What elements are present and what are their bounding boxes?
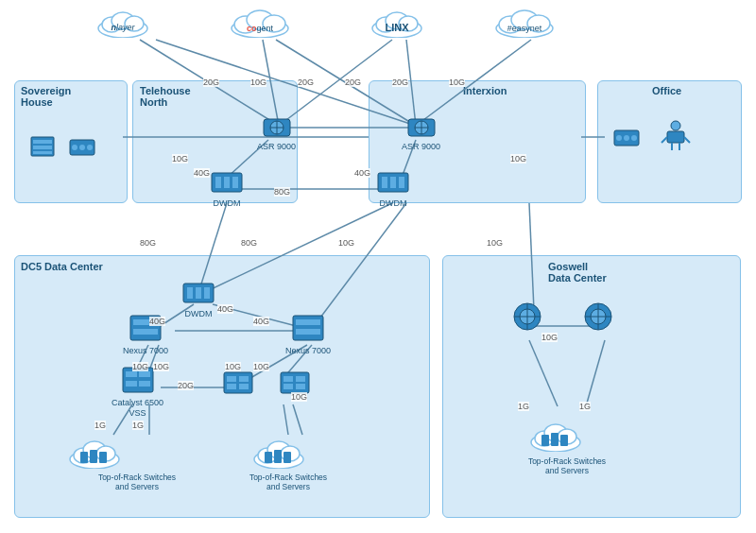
svg-point-77 (616, 135, 622, 141)
dc5-tor-label-right: Top-of-Rack Switchesand Servers (232, 473, 345, 491)
svg-text:#easynet: #easynet (507, 24, 542, 33)
provider-easynet: #easynet (491, 8, 558, 38)
provider-cogent: cogent (227, 8, 293, 38)
svg-rect-67 (399, 177, 404, 188)
dc5-nexus-left-label: Nexus 7000 (123, 346, 168, 356)
interxion-asr-label: ASR 9000 (402, 142, 440, 152)
dc5-tor-right (250, 433, 307, 469)
svg-rect-122 (265, 452, 272, 463)
office-switch (612, 123, 641, 151)
svg-point-80 (671, 121, 680, 130)
svg-rect-89 (204, 287, 210, 299)
svg-rect-87 (187, 287, 193, 299)
svg-rect-71 (33, 151, 52, 154)
goswell-tor-label: Top-of-Rack Switchesand Servers (510, 456, 624, 475)
edge-10g-goswell: 10G (487, 238, 503, 248)
svg-rect-88 (196, 287, 201, 299)
dc5-tor-left (66, 433, 123, 469)
svg-rect-98 (139, 371, 150, 377)
dc5-nexus-right-label: Nexus 7000 (285, 346, 331, 356)
edge-10g-gosw: 10G (541, 333, 558, 342)
telehouse-asr9000: ASR 9000 (257, 112, 296, 152)
svg-rect-109 (284, 384, 293, 389)
edge-20g-4: 20G (392, 77, 408, 87)
edge-40g-nx1: 40G (149, 317, 165, 326)
edge-10g-int: 10G (510, 154, 526, 163)
edge-10g-mid2: 10G (253, 362, 269, 371)
svg-rect-105 (239, 384, 249, 389)
svg-rect-137 (541, 435, 549, 446)
sovereign-label: SovereignHouse (21, 85, 71, 108)
svg-point-75 (87, 145, 93, 150)
dc5-mid-switch (222, 369, 254, 397)
network-diagram: SovereignHouse TelehouseNorth Interxion … (0, 0, 756, 533)
goswell-label: GoswellData Center (548, 261, 607, 284)
svg-line-82 (662, 137, 667, 143)
edge-10g-2: 10G (449, 77, 465, 87)
edge-20g-1: 20G (203, 77, 219, 87)
svg-rect-123 (274, 450, 282, 463)
goswell-tor (527, 416, 584, 452)
edge-1g-l1: 1G (94, 421, 106, 430)
edge-40g-tel: 40G (194, 168, 210, 178)
dc5-tor-label-left: Top-of-Rack Switchesand Servers (80, 473, 194, 491)
dc5-nexus-right: Nexus 7000 (285, 312, 331, 356)
telehouse-label: TelehouseNorth (140, 85, 191, 108)
svg-rect-115 (80, 452, 88, 463)
edge-1g-g2: 1G (579, 402, 591, 411)
goswell-switch-right (581, 301, 615, 333)
svg-text:LINX: LINX (385, 22, 409, 33)
catalyst-label: Catalyst 6500VSS (112, 398, 163, 419)
edge-1g-l2: 1G (132, 421, 144, 430)
svg-rect-93 (293, 316, 323, 340)
provider-nlayer: nlayer (94, 8, 151, 38)
svg-text:nlayer: nlayer (111, 23, 135, 32)
svg-rect-92 (133, 329, 158, 335)
interxion-dwdm-label: DWDM (380, 198, 407, 209)
svg-line-83 (684, 137, 690, 143)
office-user (660, 118, 692, 152)
telehouse-asr-label: ASR 9000 (257, 142, 296, 152)
edge-80g-dc5-2: 80G (241, 238, 257, 248)
dc5-dwdm: DWDM (181, 279, 215, 319)
svg-rect-100 (139, 381, 150, 387)
sovereign-switch (68, 132, 96, 161)
svg-rect-65 (382, 177, 387, 188)
svg-rect-107 (284, 376, 293, 382)
svg-rect-61 (215, 177, 221, 188)
svg-rect-103 (239, 376, 249, 382)
svg-rect-95 (296, 329, 320, 335)
edge-10g-1: 10G (250, 77, 266, 87)
dc5-label: DC5 Data Center (21, 261, 103, 272)
svg-rect-102 (227, 376, 236, 382)
svg-rect-101 (224, 372, 252, 393)
svg-rect-81 (667, 131, 684, 143)
svg-rect-70 (33, 146, 52, 149)
edge-10g-dc5: 10G (338, 238, 354, 248)
interxion-label: Interxion (463, 85, 507, 96)
svg-rect-139 (560, 435, 568, 446)
interxion-asr9000: ASR 9000 (402, 112, 440, 152)
sovereign-server (28, 132, 57, 161)
edge-40g-nx3: 40G (253, 317, 269, 326)
svg-point-78 (624, 135, 629, 141)
edge-80g-dwdm: 80G (274, 187, 290, 197)
telehouse-dwdm-label: DWDM (214, 198, 241, 209)
svg-point-74 (79, 145, 85, 150)
edge-1g-g1: 1G (518, 402, 529, 411)
svg-rect-99 (126, 381, 137, 387)
region-goswell (442, 255, 741, 518)
svg-rect-97 (126, 371, 137, 377)
svg-rect-104 (227, 384, 236, 389)
svg-rect-110 (296, 384, 305, 389)
edge-10g-tel: 10G (172, 154, 188, 163)
svg-rect-116 (90, 450, 97, 463)
edge-20g-3: 20G (345, 77, 361, 87)
edge-40g-int: 40G (354, 168, 370, 178)
svg-rect-124 (284, 452, 291, 463)
svg-rect-62 (224, 177, 230, 188)
goswell-switch-left (510, 301, 544, 333)
svg-rect-106 (281, 372, 309, 393)
svg-rect-138 (551, 433, 558, 446)
svg-rect-63 (232, 177, 238, 188)
